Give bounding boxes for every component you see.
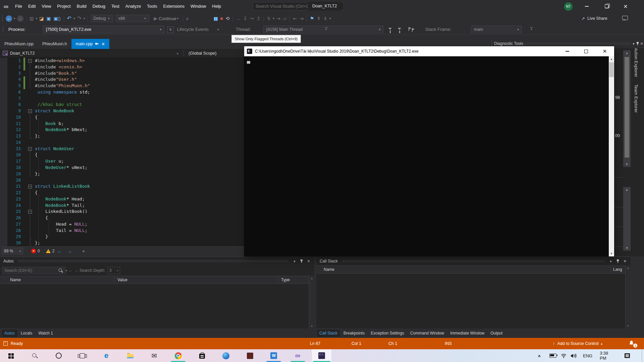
navigate-forward-icon[interactable]: → [17,15,23,22]
fold-collapse-icon[interactable]: − [28,210,32,214]
taskbar-start[interactable] [3,349,19,362]
menu-help[interactable]: Help [209,0,224,13]
panel-grip[interactable] [342,260,604,263]
menu-file[interactable]: File [12,0,25,13]
chevron-down-icon[interactable]: ▾ [177,52,178,55]
column-header-value[interactable]: Value [117,276,127,284]
stack-frame-dropdown[interactable]: main▾ [471,25,522,34]
column-header-name[interactable]: Name [324,266,334,273]
fold-collapse-icon[interactable]: − [28,185,32,188]
taskbar-chrome[interactable] [170,349,186,362]
tool-tab-output[interactable]: Output [487,329,505,337]
dock-tab-solution-explorer[interactable]: Solution Explorer [634,44,638,77]
menu-tools[interactable]: Tools [144,0,160,13]
window-position-icon[interactable]: ▾ [608,259,613,263]
taskbar-media-app[interactable] [242,349,258,362]
lifecycle-dropdown-icon[interactable]: ▾ [217,24,219,35]
column-header-name[interactable]: Name [10,276,21,284]
console-output-area[interactable] [244,56,609,256]
step-over-icon[interactable]: ↪ [250,15,254,22]
open-folder-icon[interactable]: ◪ [39,15,44,22]
toolbar-overflow-icon[interactable]: ▾ [530,27,533,31]
new-project-icon[interactable]: ▥ [30,15,34,22]
taskbar-console[interactable]: C:\ [312,349,331,362]
console-minimize-button[interactable] [558,46,577,56]
tool-tab-locals[interactable]: Locals [18,329,36,337]
call-stack-panel-title[interactable]: Call Stack ▾ × [316,257,631,265]
thread-dropdown[interactable]: [4156] Main Thread▾ [263,25,383,34]
taskbar-blue-app[interactable] [218,349,234,362]
show-flagged-threads-icon[interactable] [412,28,413,32]
menu-extensions[interactable]: Extensions [160,0,187,13]
notifications-bell-icon[interactable]: 1 [629,340,636,347]
menu-debug[interactable]: Debug [90,0,108,13]
menu-test[interactable]: Test [108,0,122,13]
undo-icon[interactable]: ↶ [67,15,71,22]
console-maximize-button[interactable] [577,46,595,56]
configuration-dropdown[interactable]: Debug▾ [91,15,113,22]
dock-tab-team-explorer[interactable]: Team Explorer [634,84,638,113]
horizontal-scrollbar-left-icon[interactable]: ◄ [81,249,85,253]
menu-build[interactable]: Build [74,0,90,13]
panel-grip[interactable] [491,40,492,47]
navigate-back-icon[interactable]: ← [6,15,12,22]
error-icon[interactable]: ✕ [31,249,36,253]
lifecycle-events-icon[interactable]: ↯ [167,26,174,33]
call-stack-scrollbar[interactable]: ▲▼ [625,265,631,328]
navigate-back-error-icon[interactable]: ← [57,248,62,254]
taskbar-word[interactable]: W [266,349,282,362]
autos-search-box[interactable]: ▾ [2,267,66,274]
search-dropdown-icon[interactable]: ▾ [66,269,67,272]
undo-dropdown-icon[interactable]: ▾ [73,15,75,22]
taskbar-cortana[interactable] [51,349,67,362]
close-button[interactable]: ✕ [618,0,633,13]
back-dropdown-icon[interactable]: ▾ [14,15,15,22]
fold-collapse-icon[interactable]: − [28,147,32,151]
search-depth-dropdown[interactable]: 3▾ [107,267,120,274]
close-icon[interactable]: × [623,258,627,264]
pin-icon[interactable] [300,259,303,263]
toolbar-grip[interactable] [2,26,4,33]
action-center-icon[interactable] [625,349,630,362]
step-into-icon[interactable]: ↧ [243,15,247,22]
taskbar-mail[interactable]: ✉ [146,349,162,362]
live-share-control[interactable]: ↗ Live Share [581,13,607,24]
minimize-button[interactable] [579,0,594,13]
feedback-icon[interactable] [622,16,628,20]
hot-reload-icon[interactable]: ↯ [267,15,271,22]
indent-icon[interactable]: ⇥ [300,15,304,22]
save-all-icon[interactable]: ▣▯ [54,15,61,22]
platform-dropdown[interactable]: x86▾ [116,15,149,22]
menu-project[interactable]: Project [54,0,73,13]
autos-panel-title[interactable]: Autos ▾ × [0,257,314,265]
tool-tab-immediate-window[interactable]: Immediate Window [447,329,487,337]
next-bookmark-icon[interactable]: ⇟ [323,15,327,22]
lifecycle-events-label[interactable]: Lifecycle Events [177,24,209,35]
toolbar-grip[interactable] [2,15,3,22]
tool-tab-exception-settings[interactable]: Exception Settings [368,329,407,337]
bookmark-dropdown-icon[interactable]: ▾ [329,15,331,22]
step-out-icon[interactable]: ↥ [257,15,261,22]
save-icon[interactable]: ▣ [47,15,51,22]
close-icon[interactable]: ✕ [101,42,105,47]
volume-icon[interactable] [571,349,577,362]
fold-collapse-icon[interactable]: − [28,59,32,63]
menu-view[interactable]: View [39,0,54,13]
warning-count[interactable]: 2 [52,249,55,253]
intellitrace-icon[interactable]: ⌕ [186,15,189,22]
pin-icon[interactable] [95,42,99,46]
toolbar-overflow-icon[interactable]: ▾ [325,27,328,31]
diagnostics-scrollbar[interactable]: ▲ ▼ [623,50,631,167]
hot-reload-dropdown-icon[interactable]: ▾ [273,15,274,22]
panel-grip[interactable] [18,260,288,263]
autos-scrollbar[interactable]: ▲▼ [309,276,314,329]
show-desktop-button[interactable] [642,349,644,362]
filter-flagged-icon[interactable] [398,28,401,30]
process-dropdown[interactable]: [7500] Doan_KTLT2.exe▾ [43,25,164,34]
pin-icon[interactable] [636,42,639,46]
breadcrumb-project[interactable]: Doan_KTLT2 [10,51,35,56]
console-close-button[interactable]: ✕ [595,46,614,56]
taskbar-task-view[interactable] [74,349,91,362]
close-icon[interactable]: × [639,41,644,46]
restart-icon[interactable]: ⟲ [226,15,230,22]
